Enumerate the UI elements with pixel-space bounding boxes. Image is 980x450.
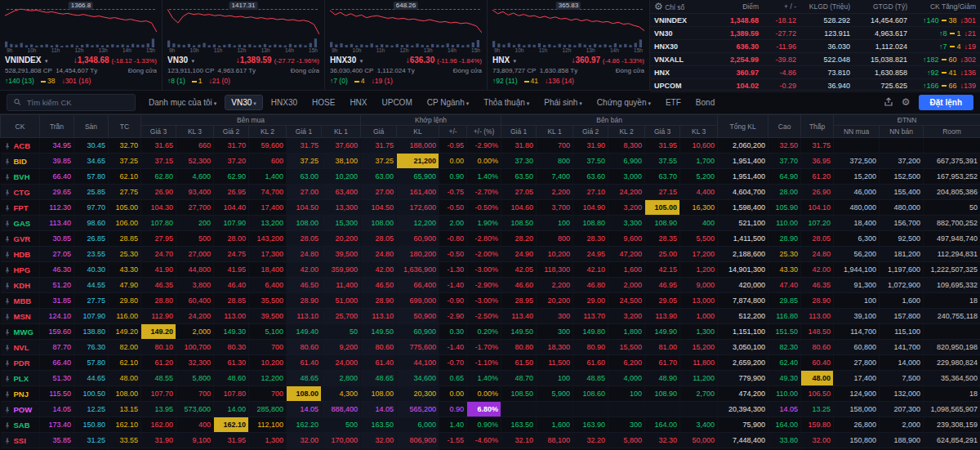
subcol-kl-3[interactable]: KL 3 — [176, 126, 214, 138]
board-cell[interactable]: 18,400 — [249, 262, 287, 278]
subcol-room[interactable]: Room — [924, 126, 980, 138]
stock-row[interactable]: SAB173.40150.80162.10162.00400162.10112,… — [1, 417, 980, 433]
board-cell[interactable]: 37.55 — [645, 154, 680, 169]
board-cell[interactable]: 10,200 — [537, 247, 573, 262]
board-cell[interactable]: 5,200 — [680, 169, 718, 185]
board-cell[interactable]: 500 — [176, 231, 214, 247]
board-cell[interactable]: 12,200 — [249, 371, 287, 386]
board-cell[interactable]: 180,200 — [397, 247, 439, 262]
board-cell[interactable]: 162.10 — [214, 417, 249, 433]
board-cell[interactable]: 62.90 — [214, 169, 249, 185]
board-cell[interactable]: 32.00 — [361, 433, 397, 448]
stock-search[interactable] — [7, 94, 136, 111]
index-summary-row[interactable]: HNX 360.97 -4.86 73.810 1,630.858 ↑9241↓… — [650, 66, 980, 79]
stock-row[interactable]: FPT112.3097.70105.00104.3027,700104.4017… — [1, 200, 980, 216]
board-cell[interactable]: 3,800 — [176, 278, 214, 293]
board-cell[interactable]: 80.60 — [287, 340, 322, 355]
board-cell[interactable]: 1.40% — [467, 371, 501, 386]
board-cell[interactable]: 107.70 — [141, 386, 176, 402]
board-cell[interactable]: 32.00 — [287, 433, 322, 448]
pin-icon[interactable] — [4, 376, 11, 382]
board-cell[interactable]: 107.80 — [141, 216, 176, 231]
board-cell[interactable]: 113.00 — [214, 309, 249, 324]
board-cell[interactable]: 50,900 — [397, 309, 439, 324]
board-cell[interactable]: 113.90 — [645, 309, 680, 324]
board-cell[interactable]: 10,200 — [249, 355, 287, 371]
gear-icon[interactable]: ⚙ — [654, 1, 663, 12]
pin-icon[interactable] — [4, 158, 11, 165]
board-cell[interactable]: -0.50% — [467, 200, 501, 216]
board-cell[interactable]: 28.90 — [287, 293, 322, 309]
board-cell[interactable]: 28.20 — [501, 231, 537, 247]
board-cell[interactable]: 700 — [176, 386, 214, 402]
board-cell[interactable]: 27.95 — [141, 231, 176, 247]
tab-etf[interactable]: ETF — [659, 95, 688, 110]
board-cell[interactable]: 25,700 — [322, 309, 361, 324]
board-cell[interactable]: 17,200 — [680, 247, 718, 262]
board-cell[interactable]: 1,636,900 — [397, 262, 439, 278]
board-cell[interactable]: 400 — [680, 216, 718, 231]
board-cell[interactable]: 60,900 — [397, 231, 439, 247]
board-cell[interactable]: -1.40 — [439, 340, 467, 355]
pin-icon[interactable] — [4, 329, 11, 336]
board-cell[interactable]: 2,800 — [322, 371, 361, 386]
board-cell[interactable]: 0.00% — [467, 154, 501, 169]
stock-row[interactable]: POW14.0512.2513.1513.95573,60014.00285,8… — [1, 402, 980, 417]
board-cell[interactable]: 80.10 — [141, 340, 176, 355]
board-cell[interactable]: 600 — [249, 154, 287, 169]
board-cell[interactable]: 11,800 — [680, 355, 718, 371]
board-cell[interactable]: 50 — [322, 324, 361, 340]
board-cell[interactable]: 61.50 — [501, 355, 537, 371]
board-cell[interactable]: 188,000 — [397, 138, 439, 154]
col-total-volume[interactable]: Tổng KL — [718, 115, 768, 138]
stock-row[interactable]: HPG46.3040.3043.3041.9044,80041.9518,400… — [1, 262, 980, 278]
pin-icon[interactable] — [4, 283, 11, 289]
board-cell[interactable]: -2.90% — [467, 278, 501, 293]
stock-row[interactable]: ACB34.9530.4532.7031.6566031.7059,60031.… — [1, 138, 980, 154]
pin-icon[interactable] — [4, 143, 11, 149]
board-cell[interactable]: 3,200 — [608, 309, 645, 324]
board-cell[interactable]: 100 — [537, 371, 573, 386]
board-cell[interactable]: 28.95 — [501, 293, 537, 309]
board-cell[interactable]: 29.00 — [573, 293, 608, 309]
board-cell[interactable]: 0.90% — [467, 417, 501, 433]
board-cell[interactable]: 149.40 — [287, 324, 322, 340]
board-cell[interactable]: 13.95 — [141, 402, 176, 417]
tab-hnx[interactable]: HNX — [343, 95, 373, 110]
board-cell[interactable]: 100 — [537, 216, 573, 231]
board-cell[interactable]: -3.00% — [467, 293, 501, 309]
board-cell[interactable]: 359,900 — [322, 262, 361, 278]
board-cell[interactable]: 800 — [537, 231, 573, 247]
board-cell[interactable]: -1.30 — [439, 262, 467, 278]
index-name-dropdown[interactable]: VNINDEX ▾ — [5, 54, 47, 66]
board-cell[interactable]: -0.50 — [439, 200, 467, 216]
board-cell[interactable]: 74,700 — [249, 185, 287, 200]
board-cell[interactable]: 149.50 — [361, 324, 397, 340]
board-cell[interactable]: 61.40 — [361, 355, 397, 371]
board-cell[interactable]: 63.70 — [645, 169, 680, 185]
stock-row[interactable]: PNJ115.50100.50108.00107.70700107.807001… — [1, 386, 980, 402]
pin-icon[interactable] — [4, 236, 11, 243]
board-cell[interactable]: 1,700 — [680, 154, 718, 169]
board-cell[interactable]: 26.95 — [214, 185, 249, 200]
board-cell[interactable]: 20,200 — [537, 293, 573, 309]
board-cell[interactable]: 161,400 — [397, 185, 439, 200]
board-cell[interactable]: 800 — [537, 154, 573, 169]
board-cell[interactable]: 44,100 — [397, 355, 439, 371]
board-cell[interactable]: 24,000 — [322, 355, 361, 371]
board-cell[interactable]: 26.90 — [141, 185, 176, 200]
board-cell[interactable]: 3,200 — [608, 200, 645, 216]
board-cell[interactable]: 108.80 — [573, 216, 608, 231]
pin-icon[interactable] — [4, 422, 11, 429]
stock-row[interactable]: MSN124.10107.90116.00112.9024,200113.003… — [1, 309, 980, 324]
board-cell[interactable]: 100,700 — [176, 340, 214, 355]
board-cell[interactable]: 59,600 — [249, 138, 287, 154]
board-cell[interactable]: 104.40 — [214, 200, 249, 216]
board-cell[interactable]: 28.00 — [214, 231, 249, 247]
board-cell[interactable]: 113.10 — [361, 309, 397, 324]
board-cell[interactable]: 42.15 — [645, 262, 680, 278]
board-cell[interactable]: 11,200 — [680, 371, 718, 386]
board-cell[interactable]: 162.20 — [287, 417, 322, 433]
board-cell[interactable]: -0.90 — [439, 293, 467, 309]
board-cell[interactable]: 113.70 — [573, 309, 608, 324]
